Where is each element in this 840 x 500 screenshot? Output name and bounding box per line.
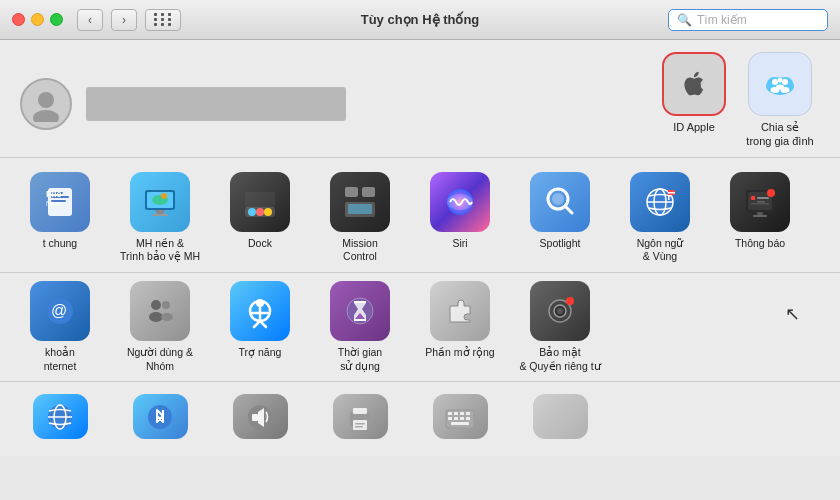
svg-point-24 xyxy=(248,208,256,216)
print-icon xyxy=(341,398,379,436)
svg-text:@: @ xyxy=(51,302,67,319)
search-icon: 🔍 xyxy=(677,13,692,27)
svg-point-53 xyxy=(151,300,161,310)
siri-icon xyxy=(440,182,480,222)
search-box[interactable]: 🔍 Tìm kiếm xyxy=(668,9,828,31)
language-label: Ngôn ngữ& Vùng xyxy=(637,237,684,264)
svg-rect-28 xyxy=(362,187,375,197)
maximize-button[interactable] xyxy=(50,13,63,26)
keyboard-icon xyxy=(441,398,479,436)
mouse-cursor: ↖ xyxy=(785,303,800,325)
svg-rect-77 xyxy=(355,423,365,425)
icon-notifications[interactable]: Thông báo xyxy=(710,164,810,272)
screentime-icon xyxy=(340,291,380,331)
svg-rect-44 xyxy=(751,196,755,200)
svg-rect-75 xyxy=(353,408,367,414)
icon-users[interactable]: Người dùng &Nhóm xyxy=(110,273,210,381)
bluetooth-icon xyxy=(141,398,179,436)
svg-point-7 xyxy=(782,79,788,85)
svg-rect-30 xyxy=(348,204,372,214)
icon-siri[interactable]: Siri xyxy=(410,164,510,272)
svg-rect-82 xyxy=(460,412,464,415)
internet-label: khoảnnternet xyxy=(44,346,77,373)
svg-text:File: File xyxy=(46,189,62,199)
svg-rect-87 xyxy=(466,417,470,420)
siri-label: Siri xyxy=(452,237,467,251)
svg-rect-46 xyxy=(757,201,765,203)
desktop-label: MH nền &Trình bảo vệ MH xyxy=(120,237,200,264)
apple-id-label: ID Apple xyxy=(673,120,715,134)
extensions-icon xyxy=(440,291,480,331)
titlebar-controls: ‹ › xyxy=(12,9,181,31)
icon-print[interactable] xyxy=(310,386,410,452)
notifications-label: Thông báo xyxy=(735,237,785,251)
general-label: t chung xyxy=(43,237,77,251)
svg-point-9 xyxy=(778,78,783,83)
desktop-icon xyxy=(140,182,180,222)
grid-dots-icon xyxy=(154,13,173,26)
icon-screentime[interactable]: Thời giansử dụng xyxy=(310,273,410,381)
svg-point-1 xyxy=(33,110,59,122)
svg-point-25 xyxy=(256,208,264,216)
icon-security[interactable]: Bảo mật& Quyền riêng tư xyxy=(510,273,610,381)
icon-internet[interactable]: @ khoảnnternet xyxy=(10,273,110,381)
avatar xyxy=(20,78,72,130)
minimize-button[interactable] xyxy=(31,13,44,26)
icon-apple-id[interactable]: ID Apple xyxy=(654,52,734,149)
family-sharing-label: Chia sẻtrong gia đình xyxy=(746,120,813,149)
svg-rect-83 xyxy=(466,412,470,415)
svg-point-5 xyxy=(772,79,778,85)
svg-rect-86 xyxy=(460,417,464,420)
icon-extra[interactable] xyxy=(510,386,610,452)
icon-language[interactable]: Ngôn ngữ& Vùng xyxy=(610,164,710,272)
search-placeholder: Tìm kiếm xyxy=(697,13,747,27)
svg-rect-76 xyxy=(353,420,367,430)
users-icon xyxy=(140,291,180,331)
icon-accessibility[interactable]: Trợ năng xyxy=(210,273,310,381)
icon-desktop[interactable]: MH nền &Trình bảo vệ MH xyxy=(110,164,210,272)
icon-network[interactable] xyxy=(10,386,110,452)
security-icon xyxy=(540,291,580,331)
close-button[interactable] xyxy=(12,13,25,26)
icon-general[interactable]: File New t chung xyxy=(10,164,110,272)
svg-point-10 xyxy=(776,85,784,90)
spotlight-icon xyxy=(540,182,580,222)
icon-family-sharing[interactable]: Chia sẻtrong gia đình xyxy=(740,52,820,149)
icon-extensions[interactable]: Phần mở rộng xyxy=(410,273,510,381)
svg-rect-78 xyxy=(355,426,363,428)
security-label: Bảo mật& Quyền riêng tư xyxy=(519,346,600,373)
svg-point-0 xyxy=(38,92,54,108)
mission-control-icon xyxy=(340,182,380,222)
accessibility-label: Trợ năng xyxy=(239,346,282,360)
icon-keyboard[interactable] xyxy=(410,386,510,452)
sound-icon xyxy=(241,398,279,436)
svg-rect-80 xyxy=(448,412,452,415)
svg-rect-41 xyxy=(668,192,675,194)
forward-button[interactable]: › xyxy=(111,9,137,31)
icon-mission-control[interactable]: MissionControl xyxy=(310,164,410,272)
svg-rect-48 xyxy=(757,212,763,215)
window-title: Tùy chọn Hệ thống xyxy=(361,12,480,27)
apple-logo-icon xyxy=(676,66,712,102)
profile-info xyxy=(86,87,654,121)
grid-view-button[interactable] xyxy=(145,9,181,31)
icon-dock[interactable]: Dock xyxy=(210,164,310,272)
svg-line-62 xyxy=(260,321,266,327)
svg-line-35 xyxy=(565,206,572,213)
svg-point-66 xyxy=(557,308,563,314)
icon-bluetooth[interactable] xyxy=(110,386,210,452)
mission-control-label: MissionControl xyxy=(342,237,378,264)
icon-spotlight[interactable]: Spotlight xyxy=(510,164,610,272)
users-label: Người dùng &Nhóm xyxy=(127,346,193,373)
empty-space: ↖ xyxy=(610,273,830,381)
svg-rect-45 xyxy=(757,197,769,199)
icon-sound[interactable] xyxy=(210,386,310,452)
svg-point-50 xyxy=(767,189,775,197)
network-icon xyxy=(41,398,79,436)
top-icons-row: ID Apple Chia sẻtrong gia xyxy=(654,52,820,157)
back-button[interactable]: ‹ xyxy=(77,9,103,31)
svg-rect-73 xyxy=(252,414,258,421)
svg-line-61 xyxy=(254,321,260,327)
dock-icon xyxy=(240,182,280,222)
profile-name-blurred xyxy=(86,87,346,121)
